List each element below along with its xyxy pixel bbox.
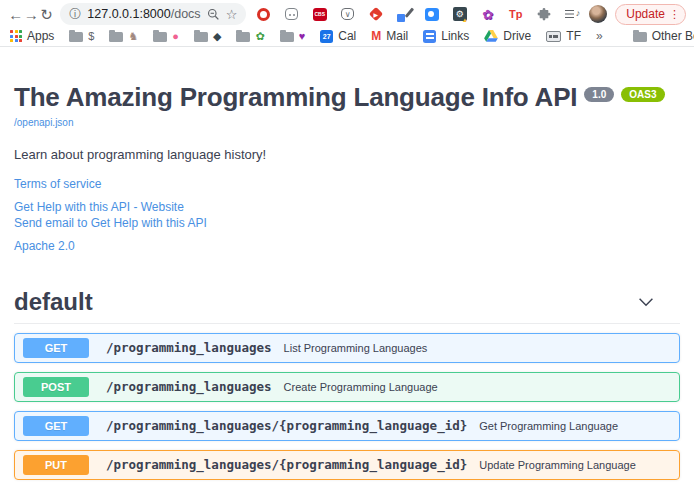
endpoint-summary: List Programming Languages <box>284 342 428 354</box>
bookmarks-bar: Apps $ ♞ ● ◆ ✿ ♥ 27Cal MMail Links Drive… <box>0 28 694 47</box>
browser-menu-icon[interactable]: ⋮ <box>669 8 680 21</box>
grad-cap-glyph: ◆ <box>213 31 221 42</box>
section-title: default <box>14 288 93 316</box>
method-badge: POST <box>23 377 89 397</box>
bookmark-label: Apps <box>27 29 54 43</box>
folder-icon <box>69 32 83 42</box>
bookmark-label: Cal <box>338 29 356 43</box>
url-text[interactable]: 127.0.0.1:8000/docs <box>87 7 200 21</box>
reload-icon[interactable]: ↻ <box>39 7 54 22</box>
leaf-glyph: ✿ <box>255 31 264 42</box>
tp-extension-icon[interactable]: Tp <box>508 7 523 22</box>
bookmark-folder-school[interactable]: ◆ <box>194 30 221 42</box>
bookmark-star-icon[interactable]: ☆ <box>226 7 238 22</box>
apps-grid-icon <box>10 30 22 42</box>
folder-icon <box>153 32 167 42</box>
bookmark-other-bookmarks[interactable]: Other Bookmarks <box>633 29 694 43</box>
bookmarks-overflow-icon[interactable]: » <box>596 29 603 43</box>
url-path: /docs <box>171 7 201 21</box>
method-badge: PUT <box>23 455 89 475</box>
api-description: Learn about programming language history… <box>14 147 680 162</box>
endpoint-path: /programming_languages/{programming_lang… <box>106 457 467 472</box>
update-label: Update <box>626 7 665 21</box>
endpoint-row-list-languages[interactable]: GET /programming_languages List Programm… <box>14 333 680 363</box>
color-picker-extension-icon[interactable] <box>396 7 411 22</box>
page-title: The Amazing Programming Language Info AP… <box>14 83 577 112</box>
endpoint-summary: Update Programming Language <box>479 459 636 471</box>
bookmark-label: Mail <box>386 29 408 43</box>
bookmark-folder-brain[interactable]: ● <box>153 30 179 42</box>
dollar-glyph: $ <box>88 31 94 42</box>
bookmark-label: Links <box>441 29 469 43</box>
default-section-header[interactable]: default <box>14 288 680 324</box>
folder-icon <box>236 32 250 42</box>
folder-icon <box>280 32 294 42</box>
drive-icon <box>484 30 498 42</box>
extensions-row: CBS ∨ ▶ ⚙▲ ✿ Tp ♪ <box>256 7 579 22</box>
bookmark-links[interactable]: Links <box>423 29 469 43</box>
bookmark-folder-leaf[interactable]: ✿ <box>236 30 264 42</box>
address-bar[interactable]: ⓘ 127.0.0.1:8000/docs ☆ <box>60 3 246 25</box>
tf-icon <box>546 31 561 42</box>
site-info-icon[interactable]: ⓘ <box>69 6 81 23</box>
profile-avatar[interactable] <box>589 5 607 23</box>
bookmark-label: Other Bookmarks <box>652 29 694 43</box>
bookmark-label: TF <box>566 29 581 43</box>
openapi-spec-link[interactable]: /openapi.json <box>14 117 74 128</box>
pocket-extension-icon[interactable]: ∨ <box>340 7 355 22</box>
help-website-link[interactable]: Get Help with this API - Website <box>14 200 680 214</box>
bookmark-folder-heart[interactable]: ♥ <box>280 30 306 42</box>
endpoint-summary: Create Programming Language <box>284 381 438 393</box>
bookmark-folder-horse[interactable]: ♞ <box>109 30 138 42</box>
method-badge: GET <box>23 338 89 358</box>
video-camera-extension-icon[interactable] <box>424 7 439 22</box>
redirect-diamond-extension-icon[interactable]: ▶ <box>368 7 383 22</box>
method-badge: GET <box>23 416 89 436</box>
api-title-row: The Amazing Programming Language Info AP… <box>14 83 680 112</box>
gear-warning-extension-icon[interactable]: ⚙▲ <box>452 7 467 22</box>
chat-bubble-extension-icon[interactable] <box>284 7 299 22</box>
endpoint-path: /programming_languages <box>106 340 272 355</box>
calendar-icon: 27 <box>320 30 333 43</box>
bookmark-drive[interactable]: Drive <box>484 29 531 43</box>
cbs-extension-icon[interactable]: CBS <box>312 7 327 22</box>
flower-extension-icon[interactable]: ✿ <box>480 7 495 22</box>
folder-icon <box>194 32 208 42</box>
horse-glyph: ♞ <box>128 31 138 42</box>
puzzle-extensions-menu-icon[interactable] <box>536 7 551 22</box>
help-email-link[interactable]: Send email to Get Help with this API <box>14 216 680 230</box>
bookmark-tf[interactable]: TF <box>546 29 581 43</box>
license-link[interactable]: Apache 2.0 <box>14 239 680 253</box>
bookmark-calendar[interactable]: 27Cal <box>320 29 356 43</box>
adblock-extension-icon[interactable] <box>256 7 271 22</box>
bookmark-folder-money[interactable]: $ <box>69 30 94 42</box>
oas3-badge: OAS3 <box>621 87 664 102</box>
brain-glyph: ● <box>172 31 179 42</box>
back-icon[interactable]: ← <box>8 7 23 22</box>
links-icon <box>423 30 436 43</box>
endpoint-row-update-language[interactable]: PUT /programming_languages/{programming_… <box>14 450 680 480</box>
swagger-docs-page: The Amazing Programming Language Info AP… <box>0 47 694 485</box>
chevron-down-icon[interactable] <box>638 293 654 311</box>
folder-icon <box>109 32 123 42</box>
bookmark-apps[interactable]: Apps <box>10 29 54 43</box>
playlist-extension-icon[interactable]: ♪ <box>564 7 579 22</box>
gmail-icon: M <box>371 29 381 43</box>
endpoint-path: /programming_languages <box>106 379 272 394</box>
url-host: 127.0.0.1:8000 <box>87 7 170 21</box>
zoom-out-icon[interactable] <box>207 8 220 21</box>
endpoint-summary: Get Programming Language <box>479 420 618 432</box>
browser-toolbar: ← → ↻ ⓘ 127.0.0.1:8000/docs ☆ CBS ∨ ▶ ⚙▲… <box>0 0 694 28</box>
bookmark-mail[interactable]: MMail <box>371 29 408 43</box>
version-badge: 1.0 <box>584 87 614 102</box>
folder-icon <box>633 32 647 42</box>
update-button[interactable]: Update ⋮ <box>615 4 686 25</box>
purple-heart-glyph: ♥ <box>299 31 306 42</box>
forward-icon[interactable]: → <box>23 7 38 22</box>
endpoint-row-create-language[interactable]: POST /programming_languages Create Progr… <box>14 372 680 402</box>
terms-of-service-link[interactable]: Terms of service <box>14 177 680 191</box>
bookmark-label: Drive <box>503 29 531 43</box>
endpoint-path: /programming_languages/{programming_lang… <box>106 418 467 433</box>
endpoint-row-get-language[interactable]: GET /programming_languages/{programming_… <box>14 411 680 441</box>
